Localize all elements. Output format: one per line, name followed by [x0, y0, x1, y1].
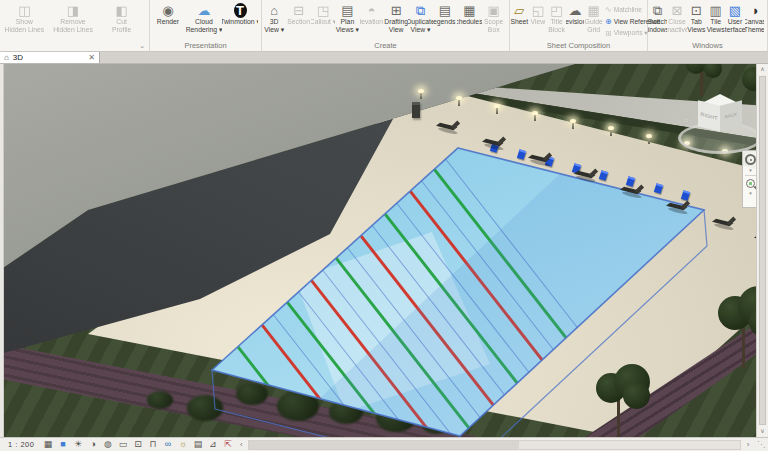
ribbon-button-3d-view[interactable]: ⌂3DView ▾: [262, 1, 286, 40]
ribbon-panel-presentation: ◉Render☁CloudRendering ▾TTwinmotion ▾Pre…: [150, 0, 262, 51]
view-scale-button[interactable]: 1 : 200: [0, 440, 40, 449]
ribbon-button-sheet[interactable]: ▱Sheet: [510, 1, 529, 40]
button-label: Grid: [587, 26, 600, 34]
crop-view-icon[interactable]: ▭: [115, 438, 130, 451]
close-tab-icon[interactable]: ✕: [88, 53, 95, 62]
visual-style-icon[interactable]: ■: [55, 438, 70, 451]
scroll-down-icon[interactable]: ∨: [757, 426, 768, 437]
button-label: View ▾: [264, 26, 284, 34]
button-label: Theme: [745, 26, 764, 34]
ribbon-button-canvas-theme[interactable]: ◑CanvasTheme: [745, 1, 764, 40]
ribbon-button-drafting-view[interactable]: ⊞DraftingView: [384, 1, 408, 40]
drawing-area[interactable]: RIGHT BACK ⌂ ▾ ▾ ∧ ∨: [0, 64, 768, 437]
button-label: Guide: [585, 18, 603, 26]
ribbon-button-duplicate-view[interactable]: ⧉DuplicateView ▾: [408, 1, 432, 40]
ribbon-button-render[interactable]: ◉Render: [150, 1, 186, 40]
button-label: Revisions: [566, 18, 585, 26]
temporary-hide-isolate-icon[interactable]: ∞: [160, 438, 175, 451]
ribbon-button-revisions[interactable]: ☁Revisions: [566, 1, 585, 40]
user-interface-icon: ▧: [729, 3, 741, 18]
ribbon-button-tile-views[interactable]: ▥TileViews: [706, 1, 725, 40]
full-navigation-wheel-icon[interactable]: [745, 154, 756, 165]
zoom-icon[interactable]: [746, 179, 755, 188]
button-label: Close: [668, 18, 685, 26]
ribbon-button-twinmotion[interactable]: TTwinmotion ▾: [222, 1, 258, 40]
button-label: Views: [687, 26, 705, 34]
ribbon-button-callout: ◳Callout ▾: [311, 1, 335, 40]
temporary-view-properties-icon[interactable]: ▤: [190, 438, 205, 451]
canvas-theme-icon: ◑: [750, 3, 758, 18]
ribbon-button-legends[interactable]: ▤Legends ▾: [433, 1, 457, 40]
panel-label: ⌄: [0, 40, 149, 51]
button-label: Matchline: [614, 6, 642, 13]
horizontal-scrollbar[interactable]: [248, 440, 741, 450]
rendering-dialog-icon[interactable]: ◍: [100, 438, 115, 451]
button-label: Hidden Lines: [53, 26, 93, 34]
ribbon-button-cloud-rendering[interactable]: ☁CloudRendering ▾: [186, 1, 222, 40]
panel-expander-icon[interactable]: ⌄: [139, 40, 145, 51]
button-label: Views ▾: [336, 26, 359, 34]
vertical-scroll-thumb[interactable]: [759, 76, 766, 425]
show-crop-region-icon[interactable]: ⊡: [130, 438, 145, 451]
button-label: Section: [287, 18, 310, 26]
remove-hidden-lines-icon: ◨: [67, 3, 79, 18]
button-label: Show: [16, 18, 33, 26]
shadows-icon[interactable]: ◑: [85, 438, 100, 451]
navbar-divider: [745, 175, 756, 176]
tree-foliage: [623, 382, 650, 409]
button-label: Scope: [484, 18, 503, 26]
vertical-scrollbar[interactable]: ∧ ∨: [756, 64, 768, 437]
zoom-dropdown-icon[interactable]: ▾: [749, 191, 752, 195]
ribbon-button-tab-views[interactable]: ⊡TabViews: [687, 1, 706, 40]
ribbon-button-switch-windows[interactable]: ⧉SwitchWindows ▾: [648, 1, 667, 40]
button-label: Duplicate: [408, 18, 432, 26]
ribbon-button-viewports: ⊞Viewports ▾: [603, 27, 647, 39]
viewcube-home-icon[interactable]: ⌂: [684, 116, 688, 123]
trees[interactable]: [0, 64, 768, 437]
ribbon-button-schedules[interactable]: ▦Schedules ▾: [457, 1, 481, 40]
unlocked-3d-view-icon[interactable]: ⊓: [145, 438, 160, 451]
ribbon-button-cut-profile: ◧CutProfile: [97, 1, 146, 40]
duplicate-view-icon: ⧉: [416, 3, 425, 18]
hscroll-left-icon[interactable]: ‹: [235, 440, 247, 449]
close-inactive-icon: ⊠: [672, 3, 683, 18]
button-label: Windows ▾: [648, 26, 667, 34]
analytical-model-icon[interactable]: ⊿: [205, 438, 220, 451]
panel-buttons: ⌂3DView ▾⊟Section◳Callout ▾▤PlanViews ▾◓…: [262, 0, 509, 40]
ribbon-button-plan-views[interactable]: ▤PlanViews ▾: [335, 1, 359, 40]
resize-grip-icon[interactable]: ⋱: [754, 440, 768, 449]
panel-buttons: ⧉SwitchWindows ▾⊠CloseInactive⊡TabViews▥…: [648, 0, 767, 40]
ribbon-button-view-reference[interactable]: ⊕View Reference: [603, 15, 647, 27]
wheel-dropdown-icon[interactable]: ▾: [749, 168, 752, 172]
button-label: Box: [488, 26, 500, 34]
button-label: Title: [550, 18, 563, 26]
ribbon-button-user-interface[interactable]: ▧UserInterface ▾: [725, 1, 744, 40]
viewcube-back-face-label[interactable]: BACK: [720, 100, 742, 131]
panel-label: Sheet Composition: [510, 40, 647, 51]
tree-trunk: [617, 397, 620, 436]
detail-level-icon[interactable]: ▦: [40, 438, 55, 451]
view-tab-3d[interactable]: ⌂ 3D ✕: [0, 52, 100, 63]
sun-path-icon[interactable]: ☀: [70, 438, 85, 451]
button-label: View ▾: [411, 26, 431, 34]
horizontal-scroll-thumb[interactable]: [249, 441, 519, 449]
button-label: Views: [707, 26, 725, 34]
ribbon-button-elevation: ◓Elevation ▾: [360, 1, 384, 40]
button-label: Drafting: [384, 18, 408, 26]
button-label: Schedules ▾: [457, 18, 481, 26]
ribbon-button-section: ⊟Section: [286, 1, 310, 40]
callout-icon: ◳: [317, 3, 329, 18]
button-label: Twinmotion ▾: [222, 18, 258, 26]
button-label: Interface ▾: [725, 26, 744, 34]
button-label: View: [389, 26, 404, 34]
hscroll-right-icon[interactable]: ›: [742, 440, 754, 449]
reveal-hidden-elements-icon[interactable]: ☼: [175, 438, 190, 451]
button-label: Render: [157, 18, 179, 26]
switch-windows-icon: ⧉: [653, 3, 662, 18]
displacement-sets-icon[interactable]: ⇱: [220, 438, 235, 451]
viewcube-right-face-label[interactable]: RIGHT: [698, 100, 720, 131]
home-icon: ⌂: [4, 53, 9, 62]
button-label: Block: [548, 26, 565, 34]
scroll-up-icon[interactable]: ∧: [757, 64, 768, 75]
button-label: 3D: [270, 18, 279, 26]
